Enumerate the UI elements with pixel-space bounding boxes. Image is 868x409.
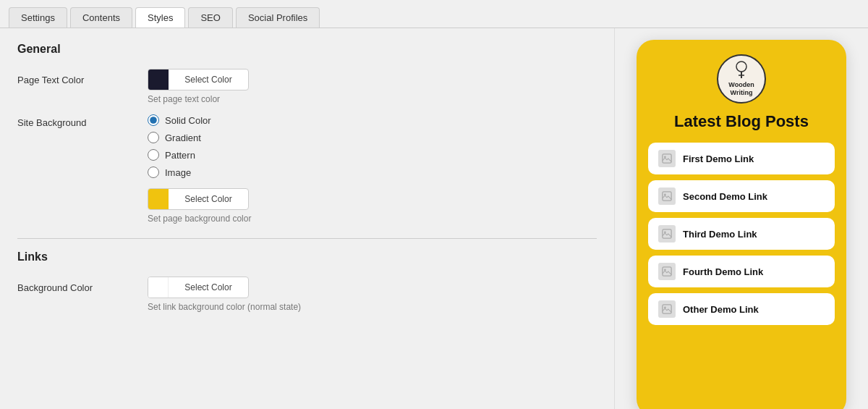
section-divider xyxy=(17,238,597,239)
svg-rect-5 xyxy=(663,192,671,201)
preview-link-5-text: Other Demo Link xyxy=(683,304,759,315)
link-bg-color-label: Background Color xyxy=(17,277,148,293)
preview-link-3: Third Demo Link xyxy=(648,218,835,250)
background-color-swatch xyxy=(148,188,169,210)
tab-settings[interactable]: Settings xyxy=(9,7,67,28)
link-bg-color-button-label: Select Color xyxy=(169,282,248,292)
image-icon-2 xyxy=(662,191,672,201)
preview-title: Latest Blog Posts xyxy=(648,112,835,131)
image-icon-5 xyxy=(662,304,672,314)
image-icon-3 xyxy=(662,229,672,239)
radio-gradient-input[interactable] xyxy=(148,132,159,143)
svg-rect-7 xyxy=(663,229,671,238)
radio-pattern-input[interactable] xyxy=(148,149,159,161)
radio-pattern[interactable]: Pattern xyxy=(148,149,597,161)
right-panel: Wooden Writing Latest Blog Posts First D… xyxy=(615,28,868,409)
page-text-color-swatch xyxy=(148,69,169,90)
link-bg-color-swatch xyxy=(148,277,169,298)
image-icon xyxy=(662,153,672,164)
site-background-label: Site Background xyxy=(17,111,148,128)
page-text-color-row: Page Text Color Select Color Set page te… xyxy=(17,69,597,104)
svg-rect-9 xyxy=(663,267,671,276)
tab-styles[interactable]: Styles xyxy=(135,7,185,28)
preview-link-1: First Demo Link xyxy=(648,143,835,174)
preview-link-2: Second Demo Link xyxy=(648,180,835,212)
page-text-color-button-label: Select Color xyxy=(169,75,248,85)
radio-solid-input[interactable] xyxy=(148,114,159,126)
preview-link-2-text: Second Demo Link xyxy=(683,191,767,202)
preview-link-3-text: Third Demo Link xyxy=(683,229,757,240)
radio-pattern-label: Pattern xyxy=(165,150,195,161)
logo-circle: Wooden Writing xyxy=(717,54,766,104)
site-background-controls: Solid Color Gradient Pattern xyxy=(148,111,597,224)
tab-contents[interactable]: Contents xyxy=(70,7,132,28)
background-color-button[interactable]: Select Color xyxy=(148,188,249,210)
radio-image[interactable]: Image xyxy=(148,166,597,178)
background-color-button-label: Select Color xyxy=(169,194,248,204)
page-text-color-button[interactable]: Select Color xyxy=(148,69,249,90)
tabs-bar: Settings Contents Styles SEO Social Prof… xyxy=(0,0,868,28)
general-section: General Page Text Color Select Color Set… xyxy=(17,43,597,224)
link-bg-color-button[interactable]: Select Color xyxy=(148,277,249,298)
radio-image-input[interactable] xyxy=(148,166,159,178)
link-bg-color-controls: Select Color Set link background color (… xyxy=(148,277,597,312)
main-content: General Page Text Color Select Color Set… xyxy=(0,28,868,409)
page-wrapper: Settings Contents Styles SEO Social Prof… xyxy=(0,0,868,409)
radio-solid-label: Solid Color xyxy=(165,115,211,126)
tab-seo[interactable]: SEO xyxy=(188,7,232,28)
preview-link-1-text: First Demo Link xyxy=(683,153,754,164)
page-text-color-controls: Select Color Set page text color xyxy=(148,69,597,104)
radio-gradient-label: Gradient xyxy=(165,132,201,143)
preview-link-4-text: Fourth Demo Link xyxy=(683,266,763,277)
preview-logo: Wooden Writing xyxy=(648,54,835,104)
preview-link-2-icon xyxy=(658,187,676,205)
background-color-hint: Set page background color xyxy=(148,214,597,224)
image-icon-4 xyxy=(662,266,672,277)
background-radio-group: Solid Color Gradient Pattern xyxy=(148,111,597,178)
general-title: General xyxy=(17,43,597,56)
svg-point-0 xyxy=(736,62,746,72)
tab-social-profiles[interactable]: Social Profiles xyxy=(236,7,320,28)
preview-link-5: Other Demo Link xyxy=(648,293,835,325)
svg-rect-11 xyxy=(663,305,671,313)
page-text-color-label: Page Text Color xyxy=(17,69,148,85)
logo-text: Wooden Writing xyxy=(728,81,754,97)
link-bg-color-hint: Set link background color (normal state) xyxy=(148,302,597,312)
phone-preview: Wooden Writing Latest Blog Posts First D… xyxy=(637,40,846,409)
page-text-color-hint: Set page text color xyxy=(148,94,597,104)
preview-links: First Demo Link Second Demo Link Third D… xyxy=(648,143,835,325)
logo-tree-icon xyxy=(733,61,750,81)
site-background-row: Site Background Solid Color Gradient xyxy=(17,111,597,224)
left-panel: General Page Text Color Select Color Set… xyxy=(0,28,615,409)
links-section: Links Background Color Select Color Set … xyxy=(17,250,597,312)
link-bg-color-row: Background Color Select Color Set link b… xyxy=(17,277,597,312)
svg-rect-3 xyxy=(663,154,671,163)
links-title: Links xyxy=(17,250,597,263)
radio-solid[interactable]: Solid Color xyxy=(148,114,597,126)
preview-link-4: Fourth Demo Link xyxy=(648,256,835,287)
preview-link-4-icon xyxy=(658,263,676,280)
radio-gradient[interactable]: Gradient xyxy=(148,132,597,143)
preview-link-1-icon xyxy=(658,150,676,167)
preview-link-5-icon xyxy=(658,300,676,318)
radio-image-label: Image xyxy=(165,167,191,178)
preview-link-3-icon xyxy=(658,225,676,243)
